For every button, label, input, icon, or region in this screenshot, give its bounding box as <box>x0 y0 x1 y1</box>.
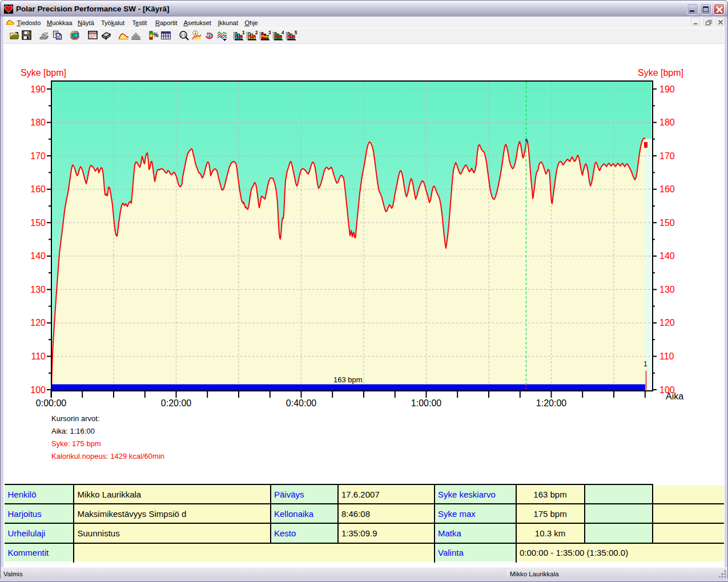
svg-text:4: 4 <box>281 30 284 35</box>
svg-text:1: 1 <box>242 30 244 35</box>
svg-text:%: % <box>154 32 159 38</box>
svg-text:5: 5 <box>295 30 297 35</box>
svg-text:2: 2 <box>255 30 258 35</box>
svg-text:i: i <box>195 31 196 36</box>
svg-text:3: 3 <box>268 30 271 35</box>
svg-text:1:1: 1:1 <box>180 33 186 37</box>
